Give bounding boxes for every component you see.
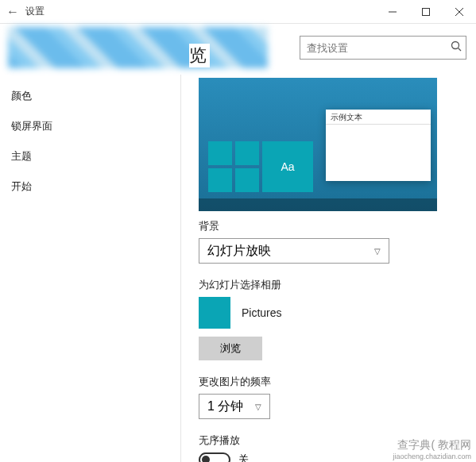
shuffle-state: 关 [238,452,249,462]
frequency-value: 1 分钟 [207,398,243,415]
background-label: 背景 [199,219,462,233]
preview-taskbar [199,198,437,211]
sidebar-item-lockscreen[interactable]: 锁屏界面 [0,111,180,141]
background-select[interactable]: 幻灯片放映 ▽ [199,238,389,264]
page-title: 览 [189,44,210,67]
main-content: Aa 示例文本 背景 幻灯片放映 ▽ 为幻灯片选择相册 Pictures 浏览 … [181,75,476,462]
search-input[interactable] [300,42,447,54]
preview-tile [235,141,259,165]
search-box[interactable] [300,36,466,60]
toggle-track[interactable] [199,452,230,462]
frequency-select[interactable]: 1 分钟 ▽ [199,394,270,419]
close-button[interactable] [443,1,476,23]
watermark: 查字典( 教程网 jiaocheng.chazidian.com [393,438,471,460]
svg-point-4 [452,42,459,49]
chevron-down-icon: ▽ [374,247,381,256]
svg-line-5 [459,48,462,52]
maximize-button[interactable] [409,1,443,23]
obscured-region [8,27,268,68]
svg-rect-1 [423,8,430,15]
preview-window: 示例文本 [326,110,431,181]
back-button[interactable]: ← [0,5,25,19]
sidebar-item-start[interactable]: 开始 [0,171,180,202]
toggle-knob [202,456,210,462]
browse-button[interactable]: 浏览 [199,337,262,360]
frequency-label: 更改图片的频率 [199,375,462,389]
preview-tile [208,141,232,165]
search-icon[interactable] [447,40,466,55]
preview-tile [208,168,232,192]
preview-tile [235,168,259,192]
sidebar: 颜色 锁屏界面 主题 开始 [0,75,181,462]
preview-window-title: 示例文本 [326,110,431,124]
album-swatch [199,297,230,329]
titlebar: ← 设置 [0,0,476,24]
album-name: Pictures [242,306,282,319]
header-row [0,24,476,75]
desktop-preview: Aa 示例文本 [199,78,437,211]
preview-tile-large: Aa [262,141,313,192]
sidebar-item-themes[interactable]: 主题 [0,141,180,171]
background-value: 幻灯片放映 [207,243,271,260]
minimize-button[interactable] [376,1,409,23]
chevron-down-icon: ▽ [255,402,261,411]
album-label: 为幻灯片选择相册 [199,278,462,292]
sidebar-item-colors[interactable]: 颜色 [0,81,180,111]
window-title: 设置 [25,5,45,18]
album-row[interactable]: Pictures [199,297,462,329]
